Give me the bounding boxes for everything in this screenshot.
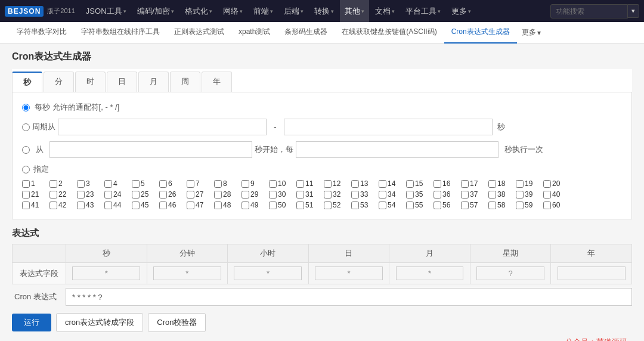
every-input[interactable] bbox=[296, 141, 499, 158]
checkbox-15[interactable] bbox=[406, 180, 414, 188]
checkbox-26[interactable] bbox=[159, 191, 167, 199]
checkbox-31[interactable] bbox=[296, 191, 304, 199]
cron-expr-input[interactable] bbox=[66, 288, 632, 306]
checkbox-20[interactable] bbox=[543, 180, 551, 188]
nav-backend[interactable]: 后端▾ bbox=[279, 0, 308, 22]
radio-every-second[interactable] bbox=[22, 104, 30, 111]
nav-platform[interactable]: 平台工具▾ bbox=[401, 0, 445, 22]
subnav-cron-gen[interactable]: Cron表达式生成器 bbox=[444, 22, 517, 44]
checkbox-17[interactable] bbox=[461, 180, 469, 188]
checkbox-5[interactable] bbox=[132, 180, 140, 188]
checkbox-44[interactable] bbox=[104, 202, 112, 209]
checkbox-27[interactable] bbox=[187, 191, 194, 199]
subnav-regex-test[interactable]: 正则表达式测试 bbox=[167, 22, 231, 44]
expr-input-0[interactable] bbox=[72, 266, 140, 280]
checkbox-30[interactable] bbox=[269, 191, 277, 199]
validator-button[interactable]: Cron校验器 bbox=[148, 313, 206, 332]
checkbox-55[interactable] bbox=[406, 202, 414, 209]
checkbox-49[interactable] bbox=[242, 202, 249, 209]
period-to-input[interactable] bbox=[284, 119, 493, 135]
checkbox-56[interactable] bbox=[434, 202, 441, 209]
subnav-more[interactable]: 更多▾ bbox=[517, 22, 546, 44]
checkbox-54[interactable] bbox=[379, 202, 386, 209]
checkbox-46[interactable] bbox=[159, 202, 167, 209]
tab-second[interactable]: 秒 bbox=[12, 72, 42, 92]
checkbox-7[interactable] bbox=[187, 180, 194, 188]
expr-input-1[interactable] bbox=[153, 266, 221, 280]
tab-month[interactable]: 月 bbox=[138, 72, 169, 92]
subnav-ascii-keyboard[interactable]: 在线获取键盘按键值(ASCII码) bbox=[335, 22, 444, 44]
checkbox-25[interactable] bbox=[132, 191, 140, 199]
checkbox-38[interactable] bbox=[488, 191, 496, 199]
subnav-barcode-gen[interactable]: 条形码生成器 bbox=[277, 22, 335, 44]
subnav-str-arr-sort[interactable]: 字符串数组在线排序工具 bbox=[74, 22, 167, 44]
period-from-input[interactable] bbox=[58, 119, 267, 135]
tab-day[interactable]: 日 bbox=[107, 72, 137, 92]
radio-period[interactable] bbox=[22, 123, 30, 131]
nav-json-tools[interactable]: JSON工具▾ bbox=[81, 0, 131, 22]
to-fields-button[interactable]: cron表达式转成字段 bbox=[56, 313, 143, 332]
checkbox-32[interactable] bbox=[324, 191, 332, 199]
radio-from-start[interactable] bbox=[22, 146, 30, 154]
expr-input-5[interactable] bbox=[476, 266, 544, 280]
checkbox-22[interactable] bbox=[49, 191, 57, 199]
checkbox-41[interactable] bbox=[22, 202, 30, 209]
checkbox-60[interactable] bbox=[543, 202, 551, 209]
checkbox-18[interactable] bbox=[488, 180, 496, 188]
radio-specify[interactable] bbox=[22, 166, 30, 173]
checkbox-29[interactable] bbox=[242, 191, 249, 199]
nav-docs[interactable]: 文档▾ bbox=[370, 0, 400, 22]
checkbox-23[interactable] bbox=[77, 191, 85, 199]
checkbox-1[interactable] bbox=[22, 180, 30, 188]
from-input[interactable] bbox=[49, 141, 252, 158]
subnav-str-num-compare[interactable]: 字符串数字对比 bbox=[10, 22, 74, 44]
checkbox-4[interactable] bbox=[104, 180, 112, 188]
checkbox-28[interactable] bbox=[214, 191, 222, 199]
checkbox-36[interactable] bbox=[434, 191, 441, 199]
checkbox-42[interactable] bbox=[49, 202, 57, 209]
checkbox-51[interactable] bbox=[296, 202, 304, 209]
checkbox-24[interactable] bbox=[104, 191, 112, 199]
checkbox-8[interactable] bbox=[214, 180, 222, 188]
checkbox-45[interactable] bbox=[132, 202, 140, 209]
tab-hour[interactable]: 时 bbox=[75, 72, 106, 92]
checkbox-35[interactable] bbox=[406, 191, 414, 199]
nav-convert[interactable]: 转换▾ bbox=[309, 0, 339, 22]
expr-input-3[interactable] bbox=[315, 266, 383, 280]
expr-input-2[interactable] bbox=[234, 266, 302, 280]
checkbox-40[interactable] bbox=[543, 191, 551, 199]
checkbox-14[interactable] bbox=[379, 180, 386, 188]
nav-frontend[interactable]: 前端▾ bbox=[249, 0, 278, 22]
checkbox-58[interactable] bbox=[488, 202, 496, 209]
expr-input-6[interactable] bbox=[558, 266, 626, 280]
run-button[interactable]: 运行 bbox=[12, 314, 51, 331]
nav-network[interactable]: 网络▾ bbox=[218, 0, 247, 22]
nav-encode-decode[interactable]: 编码/加密▾ bbox=[132, 0, 179, 22]
checkbox-10[interactable] bbox=[269, 180, 277, 188]
expr-input-4[interactable] bbox=[396, 266, 464, 280]
search-button[interactable]: ▾ bbox=[628, 4, 639, 18]
checkbox-59[interactable] bbox=[516, 202, 524, 209]
checkbox-2[interactable] bbox=[49, 180, 57, 188]
checkbox-13[interactable] bbox=[351, 180, 359, 188]
tab-week[interactable]: 周 bbox=[170, 72, 200, 92]
checkbox-47[interactable] bbox=[187, 202, 194, 209]
tab-year[interactable]: 年 bbox=[202, 72, 232, 92]
checkbox-21[interactable] bbox=[22, 191, 30, 199]
checkbox-6[interactable] bbox=[159, 180, 167, 188]
checkbox-11[interactable] bbox=[296, 180, 304, 188]
nav-other[interactable]: 其他▾ bbox=[340, 0, 369, 22]
checkbox-37[interactable] bbox=[461, 191, 469, 199]
subnav-xpath-test[interactable]: xpath测试 bbox=[231, 22, 277, 44]
checkbox-52[interactable] bbox=[324, 202, 332, 209]
checkbox-43[interactable] bbox=[77, 202, 85, 209]
checkbox-9[interactable] bbox=[242, 180, 249, 188]
checkbox-48[interactable] bbox=[214, 202, 222, 209]
checkbox-16[interactable] bbox=[434, 180, 441, 188]
checkbox-12[interactable] bbox=[324, 180, 332, 188]
checkbox-39[interactable] bbox=[516, 191, 524, 199]
checkbox-34[interactable] bbox=[379, 191, 386, 199]
tab-minute[interactable]: 分 bbox=[44, 72, 74, 92]
checkbox-50[interactable] bbox=[269, 202, 277, 209]
checkbox-19[interactable] bbox=[516, 180, 524, 188]
